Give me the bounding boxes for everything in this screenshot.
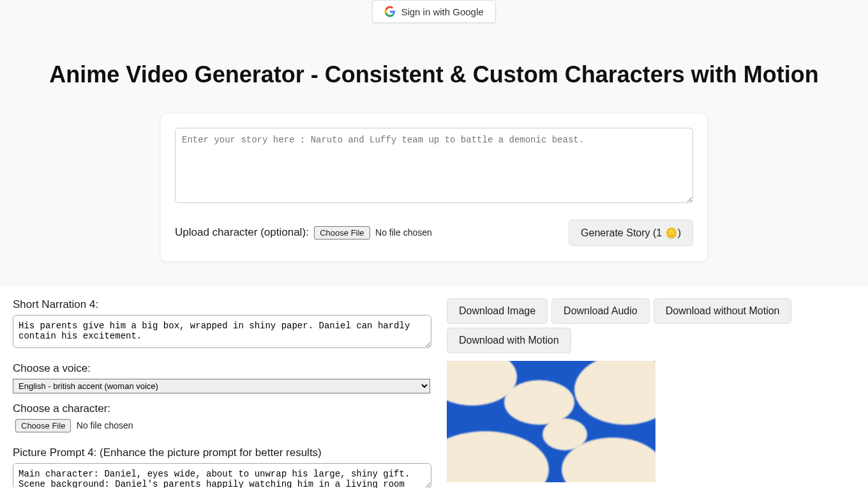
- story-card: Upload character (optional): Choose File…: [161, 114, 707, 261]
- result-section: Short Narration 4: Choose a voice: Engli…: [0, 287, 868, 488]
- narration-input[interactable]: [13, 315, 431, 348]
- picture-prompt-input[interactable]: [13, 463, 431, 488]
- download-image-button[interactable]: Download Image: [447, 298, 548, 324]
- google-logo-icon: [384, 6, 396, 17]
- picture-prompt-label: Picture Prompt 4: (Enhance the picture p…: [13, 446, 434, 459]
- upload-character-file-status: No file chosen: [375, 227, 432, 238]
- preview-image: [447, 361, 655, 482]
- page-title: Anime Video Generator - Consistent & Cus…: [0, 61, 868, 88]
- narration-label: Short Narration 4:: [13, 298, 434, 311]
- download-without-motion-button[interactable]: Download without Motion: [654, 298, 792, 324]
- download-audio-button[interactable]: Download Audio: [551, 298, 650, 324]
- voice-select[interactable]: English - british accent (woman voice): [13, 379, 430, 393]
- upload-character-choose-file-button[interactable]: Choose File: [314, 226, 370, 240]
- upload-character-label: Upload character (optional):: [175, 226, 309, 238]
- generate-story-button[interactable]: Generate Story (1 🪙): [569, 220, 693, 246]
- upload-character-group: Upload character (optional): Choose File…: [175, 226, 432, 240]
- download-with-motion-button[interactable]: Download with Motion: [447, 328, 571, 353]
- google-signin-label: Sign in with Google: [401, 6, 483, 17]
- character-label: Choose a character:: [13, 402, 434, 415]
- voice-label: Choose a voice:: [13, 362, 434, 375]
- character-file-status: No file chosen: [77, 420, 133, 431]
- character-choose-file-button[interactable]: Choose File: [15, 419, 71, 432]
- story-input[interactable]: [175, 128, 693, 203]
- google-signin-button[interactable]: Sign in with Google: [372, 0, 495, 23]
